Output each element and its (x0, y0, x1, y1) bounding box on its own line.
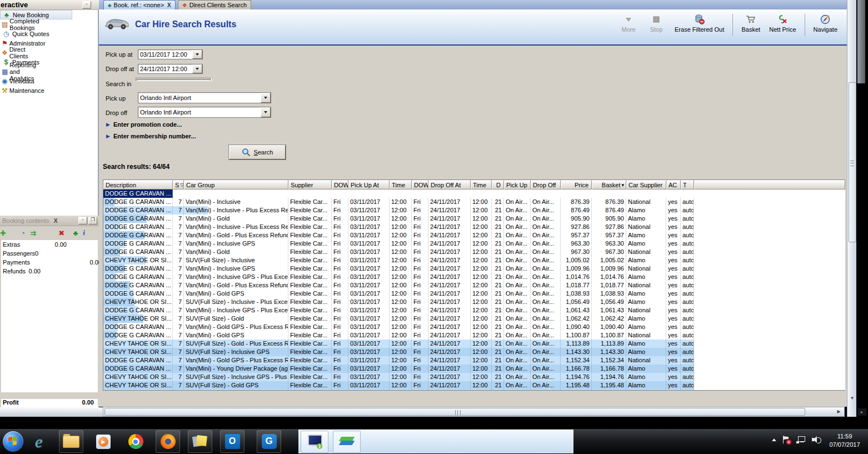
column-header[interactable]: Pick Up (504, 180, 531, 189)
horizontal-scrollbar[interactable]: ▶ (103, 407, 845, 417)
booking-contents-restore-button[interactable]: ❐ (88, 217, 97, 224)
horizontal-scrollbar-thumb[interactable] (104, 408, 805, 416)
column-header[interactable]: Time (390, 180, 412, 189)
search-in-option[interactable] (243, 78, 353, 81)
taskbar-clock[interactable]: 11:59 07/07/2017 (825, 432, 865, 449)
sidebar-minimize-button[interactable]: - (82, 1, 91, 9)
internet-explorer-icon[interactable]: e (27, 430, 51, 453)
remote-desktop-icon[interactable]: ❯ (301, 431, 328, 453)
results-row[interactable]: CHEVY TAHOE OR SI...7 SUV(Full Size) - I… (103, 256, 146, 265)
results-row[interactable]: DODGE G CARAVAN ...7 Van(Mini) - Inclusi… (103, 223, 120, 231)
results-row[interactable]: CHEVY TAHOE OR SI...7 SUV(Full Size) - G… (103, 340, 845, 348)
layers-app-icon[interactable] (333, 431, 361, 453)
results-row[interactable]: DODGE G CARAVAN ...7 Van(Mini) - Gold GP… (103, 331, 117, 340)
results-row[interactable]: DODGE G CARAVAN ...7 Van(Mini) - Gold GP… (103, 290, 133, 298)
sidebar-item[interactable]: ◉ Viewdata (0, 76, 18, 86)
dropoff-at-combobox[interactable]: 24/11/2017 12:00 (138, 64, 203, 74)
membership-number-expander[interactable]: ▶ Enter membership number... (106, 133, 196, 139)
search-button[interactable]: Search (229, 145, 286, 159)
erase-filtered-out-button[interactable]: Erase Filtered Out (673, 13, 726, 34)
results-row[interactable]: DODGE G CARAVAN ...7 Van(Mini) - Young D… (103, 365, 845, 373)
booking-contents-toolbar-icon[interactable]: ⇉ (30, 229, 53, 237)
sidebar-item[interactable]: ▤ Completed Bookings (0, 19, 13, 29)
results-row[interactable]: DODGE G CARAVAN ...7 Van(Mini) -Flexible… (103, 390, 845, 391)
results-row[interactable]: CHEVY TAHOE OR SI...7 SUV(Full Size) - I… (103, 348, 845, 356)
results-row[interactable]: DODGE G CARAVAN ...7 Van(Mini) - Gold GP… (103, 323, 118, 331)
column-header[interactable]: T (681, 180, 694, 189)
results-row[interactable]: CHEVY TAHOE OR SI...7 SUV(Full Size) - G… (103, 315, 143, 323)
basket-button[interactable]: Basket (740, 13, 762, 34)
resize-grip[interactable]: ▸ (857, 408, 866, 416)
column-header[interactable]: Basket ▾ (592, 180, 626, 189)
sidebar-item[interactable]: ❖ Direct Clients (0, 48, 18, 57)
column-header[interactable]: Drop Off (531, 180, 561, 189)
results-row[interactable]: CHEVY TAHOE OR SI...7 SUV(Full Size) - G… (103, 381, 845, 390)
tab-direct-clients-search[interactable]: ❖ Direct Clients Search (178, 0, 251, 9)
booking-contents-row[interactable]: Refunds 0.00 (1, 267, 44, 276)
navigate-button[interactable]: Navigate (812, 13, 839, 34)
search-in-option[interactable] (136, 78, 212, 81)
column-header[interactable]: Car Supplier (626, 180, 666, 189)
results-row[interactable]: DODGE G CARAVAN ...7 Van(Mini) - Gold - … (103, 231, 144, 240)
column-header[interactable]: S ▽ (173, 180, 184, 189)
start-button[interactable] (3, 431, 23, 452)
booking-contents-close-icon[interactable]: X (53, 217, 57, 224)
column-header[interactable]: DOW (412, 180, 428, 189)
show-hidden-icons-icon[interactable] (772, 438, 776, 441)
chevron-down-icon[interactable] (192, 50, 202, 59)
tab-booking-ref[interactable]: ♣ Book. ref.: <none> X (103, 0, 176, 9)
action-center-flag-icon[interactable]: ✕ (783, 436, 790, 443)
scroll-right-icon[interactable]: ▶ (835, 408, 843, 415)
search-in-option[interactable] (219, 78, 236, 81)
results-row[interactable]: DODGE G CARAVAN ...7 Van(Mini) - GoldFle… (103, 214, 147, 223)
booking-contents-row[interactable]: Passengers 0 (1, 249, 12, 258)
results-row[interactable]: DODGE G CARAVAN ...7 Van(Mini) - Gold GP… (103, 356, 845, 365)
vertical-scrollbar[interactable]: ▼ (847, 0, 856, 417)
nett-price-button[interactable]: Nett Price (767, 13, 797, 34)
column-header[interactable]: Drop Off At (428, 180, 471, 189)
column-header[interactable]: Pick Up At (348, 180, 390, 189)
network-icon[interactable] (796, 436, 805, 443)
results-row[interactable]: DODGE G CARAVAN ...7 Van(Mini) - Inclusi… (103, 198, 114, 206)
column-header[interactable]: Supplier (288, 180, 332, 189)
results-row[interactable]: DODGE G CARAVAN ...7 Van(Mini) - Inclusi… (103, 306, 138, 315)
promotion-code-expander[interactable]: ▶ Enter promotion code... (106, 121, 182, 128)
column-header[interactable]: Time (471, 180, 492, 189)
sidebar-item[interactable]: ▦ Reporting and Analytics (0, 67, 24, 76)
column-header[interactable]: Car Group (184, 180, 288, 189)
chevron-down-icon[interactable] (192, 64, 202, 73)
results-row[interactable]: DODGE G CARAVAN ...7 Van(Mini) - Inclusi… (103, 206, 208, 214)
booking-contents-toolbar-icon[interactable]: i (83, 228, 92, 237)
sidebar-item[interactable]: ⚒ Maintenance (0, 86, 44, 95)
results-row[interactable]: DODGE G CARAVAN ...7 Van(Mini) - Inclusi… (103, 189, 173, 198)
volume-icon[interactable] (812, 436, 821, 443)
firefox-icon[interactable] (156, 430, 180, 453)
tab-close-icon[interactable]: X (167, 2, 171, 8)
results-row[interactable]: DODGE G CARAVAN ...7 Van(Mini) - GoldFle… (103, 248, 120, 256)
scroll-down-icon[interactable]: ▼ (849, 395, 856, 402)
results-row[interactable]: CHEVY TAHOE OR SI...7 SUV(Full Size) - I… (103, 373, 845, 381)
media-player-icon[interactable]: ▶ (91, 430, 116, 453)
results-row[interactable]: DODGE G CARAVAN ...7 Van(Mini) - Inclusi… (103, 240, 126, 248)
booking-contents-row[interactable]: Payments 0.00 (1, 258, 106, 267)
booking-contents-toolbar-icon[interactable]: ◔ (21, 229, 25, 237)
results-row[interactable]: DODGE G CARAVAN ...7 Van(Mini) - Gold - … (103, 281, 130, 290)
chevron-down-icon[interactable] (261, 93, 271, 103)
pickup-combobox[interactable]: Orlando Intl Airport (138, 92, 271, 103)
pickup-at-combobox[interactable]: 03/11/2017 12:00 (138, 49, 203, 59)
booking-contents-row[interactable]: Extras 0.00 (1, 240, 71, 249)
booking-contents-toolbar-icon[interactable]: ✖ (58, 229, 68, 237)
results-row[interactable]: DODGE G CARAVAN ...7 Van(Mini) - Inclusi… (103, 273, 116, 281)
results-row[interactable]: CHEVY TAHOE OR SI...7 SUV(Full Size) - I… (103, 298, 134, 306)
column-header[interactable]: Description (103, 180, 173, 189)
column-header[interactable]: Price (561, 180, 592, 189)
column-header[interactable]: D (492, 180, 504, 189)
booking-contents-minimize-button[interactable]: - (78, 217, 87, 224)
results-row[interactable]: DODGE G CARAVAN ...7 Van(Mini) - Inclusi… (103, 265, 124, 273)
chrome-icon[interactable] (123, 430, 148, 453)
chevron-down-icon[interactable] (261, 107, 271, 117)
booking-contents-toolbar-icon[interactable]: ✚ (0, 229, 16, 237)
column-header[interactable]: AC (666, 180, 681, 189)
sticky-notes-icon[interactable] (188, 430, 212, 453)
sidebar-item[interactable]: ◷ Quick Quotes (0, 29, 106, 38)
